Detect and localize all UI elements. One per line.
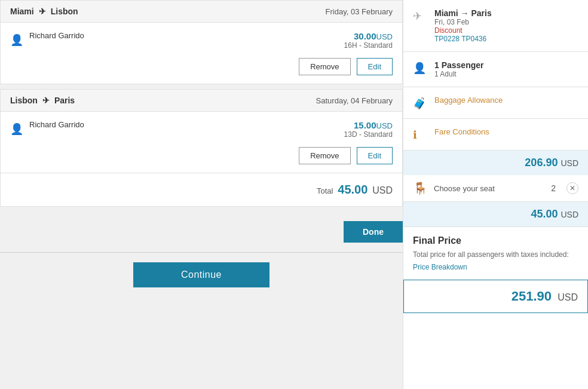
final-amount: 251.90: [512, 289, 552, 304]
done-button[interactable]: Done: [344, 221, 403, 243]
flight-route: Miami → Paris: [434, 8, 578, 18]
passenger-info-2: Richard Garrido: [29, 120, 338, 129]
price-breakdown-link[interactable]: Price Breakdown: [413, 263, 467, 271]
baggage-row: 🧳 Baggage Allowance: [413, 96, 578, 110]
plane-icon-2: ✈: [42, 96, 50, 105]
passenger-content-right: 1 Passenger 1 Adult: [434, 60, 578, 78]
seat-price-amount: 45.00: [531, 208, 558, 220]
seat-price-box: 45.00 USD: [403, 202, 588, 227]
passenger-summary: 👤 1 Passenger 1 Adult: [403, 52, 588, 87]
final-price-box: 251.90 USD: [403, 280, 588, 313]
passenger-name-1: Richard Garrido: [29, 31, 338, 40]
segment-route-2: Lisbon ✈ Paris: [10, 96, 75, 105]
passenger-icon-2: 👤: [10, 122, 23, 136]
final-price-title: Final Price: [413, 235, 578, 246]
action-row-2: Remove Edit: [1, 142, 402, 173]
seat-row: 🪑 Choose your seat 2 ✕: [403, 175, 588, 202]
total-row: Total 45.00 USD: [1, 173, 402, 206]
passenger-count: 1 Passenger: [434, 60, 578, 70]
segment-header-2: Lisbon ✈ Paris Saturday, 04 February: [1, 90, 402, 112]
segment-date-2: Saturday, 04 February: [316, 96, 393, 105]
segment-header-1: Miami ✈ Lisbon Friday, 03 February: [1, 1, 402, 23]
remove-button-2[interactable]: Remove: [299, 147, 350, 164]
flight-price-currency: USD: [561, 158, 578, 168]
segment-from-1: Miami: [10, 7, 34, 16]
fare-summary: ℹ Fare Conditions: [403, 119, 588, 151]
flight-from: Miami: [434, 8, 458, 18]
price-currency-1: USD: [376, 32, 393, 41]
seat-remove-button[interactable]: ✕: [566, 182, 578, 194]
flight-to: Paris: [471, 8, 491, 18]
passenger-row-1: 👤 Richard Garrido 30.00USD 16H - Standar…: [1, 23, 402, 53]
segment-to-1: Lisbon: [51, 7, 78, 16]
price-details-2: 13D - Standard: [344, 130, 393, 139]
passenger-row-2: 👤 Richard Garrido 15.00USD 13D - Standar…: [1, 112, 402, 142]
passenger-type: 1 Adult: [434, 70, 578, 78]
action-row-1: Remove Edit: [1, 53, 402, 84]
remove-button-1[interactable]: Remove: [299, 58, 350, 75]
seat-price-currency: USD: [561, 210, 578, 219]
passenger-price-1: 30.00USD 16H - Standard: [344, 31, 393, 50]
segment-to-2: Paris: [54, 96, 75, 105]
flight-tag: Discount: [434, 26, 578, 35]
fare-link[interactable]: Fare Conditions: [434, 127, 489, 136]
passenger-icon-1: 👤: [10, 33, 23, 47]
flight-price-box: 206.90 USD: [403, 151, 588, 175]
final-price-section: Final Price Total price for all passenge…: [403, 227, 588, 280]
final-price-desc: Total price for all passengers with taxe…: [413, 250, 578, 260]
passenger-info-1: Richard Garrido: [29, 31, 338, 40]
baggage-link[interactable]: Baggage Allowance: [434, 96, 503, 105]
plane-icon-1: ✈: [39, 7, 46, 16]
flight-codes: TP0228 TP0436: [434, 35, 578, 43]
price-amount-2: 15.00: [354, 120, 376, 130]
segment-date-1: Friday, 03 February: [326, 7, 393, 16]
fare-content: Fare Conditions: [434, 127, 578, 136]
passenger-icon-right: 👤: [413, 62, 427, 75]
flight-summary: ✈ Miami → Paris Fri, 03 Feb Discount TP0…: [403, 0, 588, 52]
flight-segment-1: Miami ✈ Lisbon Friday, 03 February 👤 Ric…: [0, 0, 403, 84]
seat-label: Choose your seat: [434, 184, 545, 193]
baggage-icon: 🧳: [413, 97, 427, 110]
baggage-summary: 🧳 Baggage Allowance: [403, 87, 588, 119]
seat-icon: 🪑: [413, 181, 428, 195]
continue-row: Continue: [0, 252, 403, 287]
price-amount-1: 30.00: [354, 31, 376, 41]
passenger-price-2: 15.00USD 13D - Standard: [344, 120, 393, 139]
edit-button-2[interactable]: Edit: [357, 147, 393, 164]
flight-price-amount: 206.90: [525, 157, 558, 169]
edit-button-1[interactable]: Edit: [357, 58, 393, 75]
right-panel: ✈ Miami → Paris Fri, 03 Feb Discount TP0…: [403, 0, 588, 389]
passenger-row-right: 👤 1 Passenger 1 Adult: [413, 60, 578, 78]
segment-route-1: Miami ✈ Lisbon: [10, 7, 78, 16]
price-currency-2: USD: [376, 121, 393, 130]
baggage-content: Baggage Allowance: [434, 96, 578, 105]
fare-icon: ℹ: [413, 128, 427, 142]
passenger-name-2: Richard Garrido: [29, 120, 338, 129]
final-currency: USD: [558, 292, 578, 302]
total-label: Total: [317, 186, 333, 195]
flight-date: Fri, 03 Feb: [434, 18, 578, 26]
flight-segment-2: Lisbon ✈ Paris Saturday, 04 February 👤 R…: [0, 89, 403, 207]
seat-count: 2: [551, 183, 556, 193]
flight-arrow: →: [461, 8, 471, 18]
total-currency: USD: [372, 185, 393, 195]
price-details-1: 16H - Standard: [344, 41, 393, 50]
fare-row: ℹ Fare Conditions: [413, 127, 578, 142]
flight-row: ✈ Miami → Paris Fri, 03 Feb Discount TP0…: [413, 8, 578, 43]
flight-content: Miami → Paris Fri, 03 Feb Discount TP022…: [434, 8, 578, 43]
continue-button[interactable]: Continue: [133, 262, 270, 287]
segment-from-2: Lisbon: [10, 96, 38, 105]
flight-plane-icon: ✈: [413, 10, 427, 23]
done-row: Done: [0, 212, 403, 252]
total-amount: 45.00: [338, 183, 368, 196]
